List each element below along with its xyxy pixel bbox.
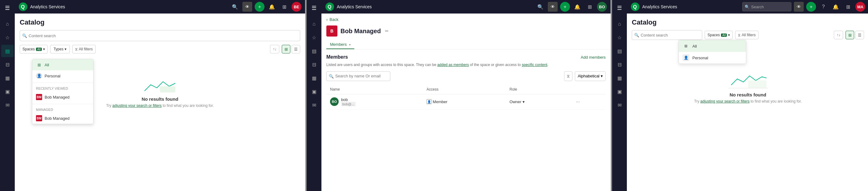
middle-eye-icon[interactable]: 👁 — [548, 2, 558, 12]
member-filter-button[interactable]: ⧖ — [564, 71, 572, 81]
edit-icon[interactable]: ✏ — [385, 29, 389, 34]
dropdown-item-bob-recent[interactable]: BM Bob Managed — [32, 91, 93, 103]
middle-app-title: Analytics Services — [337, 4, 372, 9]
right-sidebar: ☰ ⌂ ☆ ▤ ⊟ ▦ ▣ ✉ — [612, 0, 627, 191]
right-help-icon[interactable]: ? — [818, 2, 828, 12]
right-adjust-link[interactable]: adjusting your search or filters — [701, 99, 750, 104]
add-icon[interactable]: ＋ — [255, 2, 265, 12]
right-bell-icon[interactable]: 🔔 — [831, 2, 841, 12]
middle-user-avatar[interactable]: BO — [597, 2, 607, 12]
middle-presentation-icon[interactable]: ▣ — [308, 85, 320, 98]
home-icon[interactable]: ⌂ — [1, 18, 13, 30]
right-app-title: Analytics Services — [642, 4, 677, 9]
grid-view-button[interactable]: ⊞ — [282, 45, 290, 53]
actions-column-header — [572, 85, 606, 94]
types-filter-button[interactable]: Types ▾ — [50, 45, 70, 53]
middle-mail-icon[interactable]: ✉ — [308, 99, 320, 111]
middle-search-icon[interactable]: 🔍 — [535, 2, 545, 12]
chart-icon[interactable]: ▦ — [1, 72, 13, 84]
right-catalog-search-wrapper: 🔍 — [632, 30, 702, 40]
left-main: Q Analytics Services 🔍 👁 ＋ 🔔 ⊞ BE Catalo… — [15, 0, 305, 191]
member-search-input[interactable] — [327, 71, 390, 81]
right-personal-icon: 👤 — [683, 54, 689, 61]
right-view-toggle: ⊞ ☰ — [845, 31, 864, 39]
right-mini-chart — [728, 68, 768, 90]
svg-text:Q: Q — [21, 4, 25, 9]
adjust-link[interactable]: adjusting your search or filters — [112, 104, 161, 108]
bob-managed-recent-label: Bob Managed — [44, 95, 69, 100]
eye-icon[interactable]: 👁 — [242, 2, 252, 12]
middle-home-icon[interactable]: ⌂ — [308, 18, 320, 30]
right-home-icon[interactable]: ⌂ — [613, 18, 626, 30]
sort-button[interactable]: ↑↓ — [270, 45, 279, 53]
back-nav[interactable]: ‹ Back — [321, 13, 611, 24]
right-all-filters-button[interactable]: ⧖ All filters — [735, 31, 758, 39]
svg-text:Q: Q — [633, 4, 637, 9]
middle-hamburger-icon[interactable]: ☰ — [308, 2, 320, 14]
right-search-input[interactable] — [742, 2, 792, 11]
members-tab-item[interactable]: Members ▾ — [327, 40, 354, 49]
bell-icon[interactable]: 🔔 — [267, 2, 277, 12]
right-apps-icon[interactable]: ⊞ — [843, 2, 853, 12]
middle-apps-icon[interactable]: ⊞ — [585, 2, 594, 12]
added-as-members-link[interactable]: added as members — [437, 63, 469, 67]
middle-bell-icon[interactable]: 🔔 — [572, 2, 582, 12]
right-bookmark-icon[interactable]: ⊟ — [613, 59, 626, 71]
bob-managed-recent-icon: BM — [36, 94, 42, 100]
middle-add-icon[interactable]: ＋ — [560, 2, 570, 12]
filter-icon: ⧖ — [75, 47, 78, 51]
member-name-info: bob bob@... — [341, 97, 355, 106]
hamburger-icon[interactable]: ☰ — [1, 2, 13, 14]
tab-chevron-icon: ▾ — [349, 43, 351, 46]
right-star-icon[interactable]: ☆ — [613, 31, 626, 44]
middle-bookmark-icon[interactable]: ⊟ — [308, 59, 320, 71]
dropdown-item-all[interactable]: ⊞ All — [32, 59, 93, 70]
dropdown-item-bob-managed[interactable]: BM Bob Managed — [32, 113, 93, 124]
right-eye-icon[interactable]: 👁 — [794, 2, 804, 12]
right-grid-view-button[interactable]: ⊞ — [845, 31, 854, 39]
right-spaces-dropdown-button[interactable]: Spaces All ▾ — [705, 31, 733, 39]
spaces-dropdown-button[interactable]: Spaces All ▾ — [20, 45, 48, 53]
svg-rect-7 — [748, 80, 767, 88]
member-name-container: BO bob bob@... — [330, 97, 419, 106]
right-catalog-title: Catalog — [632, 18, 864, 27]
catalog-icon[interactable]: ▤ — [1, 45, 13, 57]
right-list-view-button[interactable]: ☰ — [856, 31, 864, 39]
right-content-search-input[interactable] — [632, 30, 702, 40]
add-members-button[interactable]: Add members — [581, 55, 606, 60]
right-chart-icon[interactable]: ▦ — [613, 72, 626, 84]
presentation-icon[interactable]: ▣ — [1, 85, 13, 98]
access-column-header: Access — [423, 85, 506, 94]
specific-content-link[interactable]: specific content — [522, 63, 548, 67]
right-user-avatar[interactable]: MA — [856, 2, 865, 12]
left-sidebar: ☰ ⌂ ☆ ▤ ⊟ ▦ ▣ ✉ — [0, 0, 15, 191]
more-icon[interactable]: ⋯ — [576, 100, 580, 104]
right-sort-button[interactable]: ↑↓ — [834, 31, 843, 39]
right-hamburger-icon[interactable]: ☰ — [613, 2, 626, 14]
right-add-icon[interactable]: ＋ — [806, 2, 816, 12]
sort-chevron-icon: ▾ — [601, 74, 603, 78]
right-all-icon: ⊞ — [683, 43, 689, 49]
dropdown-item-personal[interactable]: 👤 Personal — [32, 70, 93, 81]
right-presentation-icon[interactable]: ▣ — [613, 85, 626, 98]
back-label: Back — [330, 17, 338, 22]
bookmark-icon[interactable]: ⊟ — [1, 59, 13, 71]
middle-chart-icon[interactable]: ▦ — [308, 72, 320, 84]
right-mail-icon[interactable]: ✉ — [613, 99, 626, 111]
middle-star-icon[interactable]: ☆ — [308, 31, 320, 44]
role-chevron-icon[interactable]: ▾ — [523, 100, 525, 104]
right-catalog-icon[interactable]: ▤ — [613, 45, 626, 57]
middle-catalog-icon[interactable]: ▤ — [308, 45, 320, 57]
user-avatar[interactable]: BE — [291, 2, 302, 12]
list-view-button[interactable]: ☰ — [291, 45, 300, 53]
sort-dropdown[interactable]: Alphabetical ▾ — [575, 71, 606, 81]
apps-icon[interactable]: ⊞ — [279, 2, 289, 12]
right-dropdown-item-all[interactable]: ⊞ All — [679, 40, 746, 52]
member-role-cell: Owner ▾ — [506, 94, 572, 109]
content-search-input[interactable] — [20, 30, 300, 41]
star-icon[interactable]: ☆ — [1, 31, 13, 44]
search-icon[interactable]: 🔍 — [230, 2, 240, 12]
mail-icon[interactable]: ✉ — [1, 99, 13, 111]
right-dropdown-item-personal[interactable]: 👤 Personal — [679, 52, 746, 64]
all-filters-button[interactable]: ⧖ All filters — [72, 45, 95, 53]
